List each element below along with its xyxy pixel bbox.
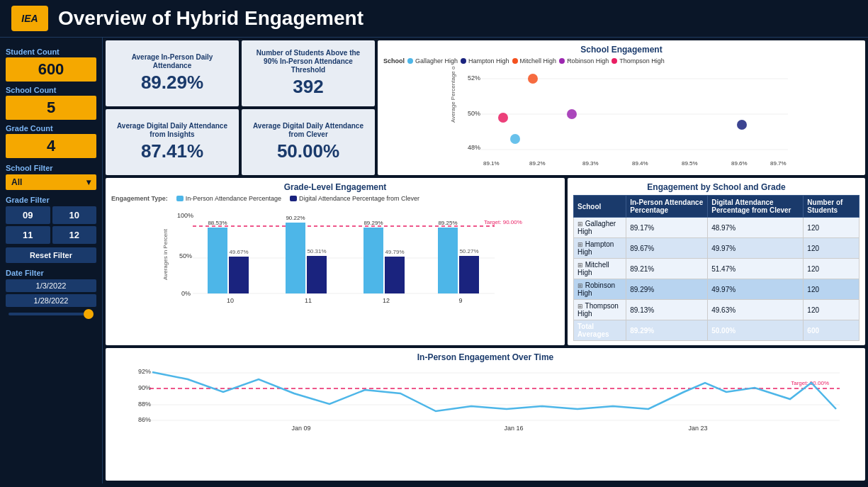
col-students: Number of Students	[804, 196, 859, 218]
svg-text:89.3%: 89.3%	[582, 160, 599, 167]
svg-rect-42	[438, 228, 458, 293]
cell-inperson: 89.17%	[626, 218, 708, 238]
legend-thompson: Thompson High	[611, 57, 665, 65]
legend-mitchell: Mitchell High	[512, 57, 557, 65]
school-count-label: School Count	[6, 86, 96, 94]
metric-card-threshold: Number of Students Above the 90% In-Pers…	[242, 40, 375, 106]
engagement-table-title: Engagement by School and Grade	[573, 182, 859, 192]
metric-threshold-value: 392	[293, 76, 323, 98]
school-filter-label: School Filter	[6, 164, 96, 172]
scatter-school-label: School	[383, 57, 405, 65]
chevron-down-icon: ▾	[86, 177, 91, 187]
content-area: Average In-Person Daily Attendance 89.29…	[103, 38, 868, 483]
metric-card-digital-insights: Average Digital Daily Attendance from In…	[106, 109, 239, 175]
total-label: Total Averages	[574, 320, 626, 341]
main-layout: Student Count 600 School Count 5 Grade C…	[0, 38, 868, 483]
legend-robinson: Robinson High	[559, 57, 609, 65]
metric-inperson-title: Average In-Person Daily Attendance	[113, 53, 232, 70]
total-row: Total Averages 89.29% 50.00% 600	[574, 320, 859, 341]
svg-text:48%: 48%	[468, 144, 480, 151]
grade-10-button[interactable]: 10	[52, 206, 97, 224]
svg-text:89.2%: 89.2%	[529, 160, 546, 167]
legend-inperson-bar: In-Person Attendance Percentage	[176, 195, 281, 202]
svg-text:88.53%: 88.53%	[208, 220, 227, 226]
school-filter-value: All	[11, 177, 22, 187]
svg-text:49.67%: 49.67%	[229, 249, 248, 255]
svg-text:Jan 23: Jan 23	[688, 425, 707, 432]
scatter-panel: School Engagement School Gallagher High …	[378, 40, 865, 175]
svg-rect-32	[286, 223, 305, 293]
metric-clever-value: 50.00%	[277, 140, 339, 162]
svg-text:89.5%: 89.5%	[682, 160, 698, 167]
header: IEA Overview of Hybrid Engagement	[0, 0, 868, 38]
cell-students: 120	[804, 279, 859, 300]
cell-digital: 48.97%	[708, 218, 804, 238]
svg-text:Jan 09: Jan 09	[291, 425, 310, 432]
svg-text:50.31%: 50.31%	[307, 248, 326, 254]
grade-filter-buttons: 09 10 11 12	[6, 206, 96, 244]
cell-students: 120	[804, 259, 859, 279]
svg-text:Jan 16: Jan 16	[504, 425, 523, 432]
svg-text:Average Percentage o...: Average Percentage o...	[450, 66, 456, 123]
engagement-legend: Engagement Type: In-Person Attendance Pe…	[111, 195, 559, 202]
grade-chart-title: Grade-Level Engagement	[111, 182, 559, 192]
grade-12-button[interactable]: 12	[52, 226, 97, 244]
metric-card-inperson: Average In-Person Daily Attendance 89.29…	[106, 40, 239, 106]
cell-digital: 49.97%	[708, 238, 804, 259]
svg-text:12: 12	[383, 297, 390, 304]
svg-text:Average Percentage of Students: Average Percentage of Students Present I…	[546, 168, 691, 169]
table-row: ⊞ Gallagher High 89.17% 48.97% 120	[574, 218, 859, 238]
date-slider[interactable]	[6, 313, 96, 315]
cell-school: ⊞ Robinson High	[574, 279, 626, 300]
expand-icon[interactable]: ⊞	[577, 282, 583, 289]
middle-row: Grade-Level Engagement Engagement Type: …	[106, 178, 865, 345]
table-row: ⊞ Robinson High 89.29% 49.97% 120	[574, 279, 859, 300]
metric-card-digital-clever: Average Digital Daily Attendance from Cl…	[242, 109, 375, 175]
svg-rect-44	[459, 256, 479, 293]
svg-text:90%: 90%	[138, 384, 151, 391]
student-count-value: 600	[6, 57, 96, 82]
expand-icon[interactable]: ⊞	[577, 220, 583, 228]
cell-school: ⊞ Hampton High	[574, 238, 626, 259]
line-chart: 92% 90% 88% 86% Target: 90.00% Jan 09 Ja…	[111, 365, 859, 432]
expand-icon[interactable]: ⊞	[577, 303, 583, 310]
school-count-value: 5	[6, 96, 96, 120]
col-digital: Digital Attendance Percentage from Cleve…	[708, 196, 804, 218]
cell-school: ⊞ Mitchell High	[574, 259, 626, 279]
svg-text:9: 9	[458, 297, 462, 304]
cell-school: ⊞ Gallagher High	[574, 218, 626, 238]
svg-text:88%: 88%	[138, 401, 151, 408]
top-row: Average In-Person Daily Attendance 89.29…	[106, 40, 865, 175]
total-inperson: 89.29%	[626, 320, 708, 341]
grade-chart-panel: Grade-Level Engagement Engagement Type: …	[106, 178, 565, 345]
sidebar: Student Count 600 School Count 5 Grade C…	[0, 38, 103, 483]
table-row: ⊞ Hampton High 89.67% 49.97% 120	[574, 238, 859, 259]
grade-count-label: Grade Count	[6, 124, 96, 133]
expand-icon[interactable]: ⊞	[577, 262, 583, 269]
svg-text:49.79%: 49.79%	[385, 249, 404, 255]
reset-filter-button[interactable]: Reset Filter	[6, 247, 96, 263]
cell-inperson: 89.21%	[626, 259, 708, 279]
cell-inperson: 89.29%	[626, 279, 708, 300]
svg-point-14	[510, 134, 520, 144]
svg-text:89.29%: 89.29%	[363, 220, 383, 226]
col-inperson: In-Person Attendance Percentage	[626, 196, 708, 218]
grade-11-button[interactable]: 11	[6, 226, 50, 244]
grade-09-button[interactable]: 09	[6, 206, 50, 224]
cell-school: ⊞ Thompson High	[574, 300, 626, 320]
school-filter-select[interactable]: All ▾	[6, 174, 96, 190]
table-row: ⊞ Mitchell High 89.21% 51.47% 120	[574, 259, 859, 279]
expand-icon[interactable]: ⊞	[577, 241, 583, 248]
svg-rect-37	[363, 228, 383, 293]
table-row: ⊞ Thompson High 89.13% 49.63% 120	[574, 300, 859, 320]
logo-icon: IEA	[11, 6, 48, 31]
svg-text:10: 10	[227, 297, 234, 304]
cell-digital: 49.63%	[708, 300, 804, 320]
svg-rect-39	[385, 257, 405, 293]
svg-text:89.1%: 89.1%	[483, 160, 500, 167]
metric-threshold-title: Number of Students Above the 90% In-Pers…	[249, 49, 368, 74]
legend-hampton: Hampton High	[461, 57, 509, 65]
svg-point-17	[567, 109, 577, 119]
grade-bar-chart: 100% 50% 0% Target: 90.00% 88.53% 49.67%	[111, 205, 559, 304]
cell-digital: 49.97%	[708, 279, 804, 300]
